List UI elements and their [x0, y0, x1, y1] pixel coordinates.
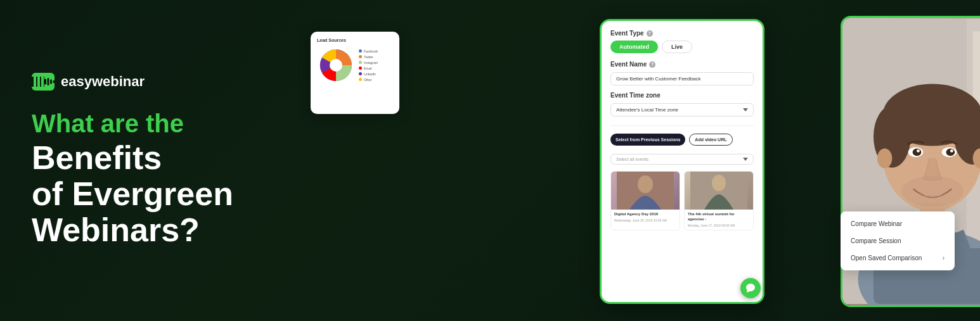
- event-type-label: Event Type ?: [610, 30, 754, 37]
- event-name-label: Event Name ?: [610, 61, 754, 68]
- panel-inner: Event Type ? Automated Live Event Name ?: [602, 21, 763, 239]
- svg-rect-11: [690, 172, 747, 210]
- timezone-text: Event Time zone: [610, 92, 661, 99]
- svg-point-21: [877, 148, 893, 168]
- event-type-toggle-group: Automated Live: [610, 41, 754, 53]
- svg-rect-3: [53, 80, 55, 83]
- logo-area: easywebinar: [32, 73, 260, 91]
- help-icon-event-type: ?: [647, 30, 653, 37]
- middle-section: Lead Sources Facebook: [292, 0, 777, 321]
- pie-chart-area: Facebook Twitter Instagram Email: [317, 46, 393, 84]
- compare-webinar-item[interactable]: Compare Webinar: [841, 215, 955, 232]
- thumb-date-1: Wednesday, June 26, 2019 10:00 AM: [614, 218, 676, 222]
- thumb-title-1: Digital Agency Day 2019: [614, 212, 676, 217]
- dropdown-menu: Compare Webinar Compare Session Open Sav…: [841, 211, 955, 270]
- svg-point-27: [917, 149, 920, 153]
- svg-point-29: [901, 176, 964, 207]
- timezone-label: Event Time zone: [610, 92, 754, 99]
- logo-icon: [32, 73, 55, 91]
- video-thumbnails: Digital Agency Day 2019 Wednesday, June …: [610, 171, 754, 230]
- thumb-info-2: The 4th virtual summit for agencies - Mo…: [685, 210, 753, 230]
- thumb-info-1: Digital Agency Day 2019 Wednesday, June …: [611, 210, 680, 225]
- right-section: [777, 0, 980, 321]
- svg-point-28: [950, 149, 953, 153]
- chart-title: Lead Sources: [317, 38, 393, 42]
- thumb-image-1: [611, 172, 680, 210]
- svg-point-5: [330, 59, 342, 72]
- logo-text: easywebinar: [61, 73, 145, 90]
- legend-dot-linkedin: [359, 72, 362, 75]
- thumb-image-2: [685, 172, 753, 210]
- left-section: easywebinar What are the Benefits of Eve…: [0, 47, 292, 274]
- headline-line1: Benefits: [32, 140, 260, 176]
- legend-label-email: Email: [364, 66, 372, 70]
- chevron-right-icon: ›: [943, 255, 945, 261]
- event-name-section: Event Name ?: [610, 61, 754, 85]
- headline-line3: Webinars?: [32, 212, 260, 248]
- content-wrapper: easywebinar What are the Benefits of Eve…: [0, 0, 980, 321]
- event-type-section: Event Type ? Automated Live: [610, 30, 754, 53]
- legend-dot-email: [359, 66, 362, 70]
- svg-rect-8: [617, 172, 674, 210]
- compare-webinar-label: Compare Webinar: [851, 220, 902, 227]
- legend-row: LinkedIn: [359, 72, 378, 76]
- event-type-text: Event Type: [610, 30, 644, 37]
- chat-bubble-button[interactable]: [740, 278, 761, 298]
- thumb-card-2: The 4th virtual summit for agencies - Mo…: [684, 171, 754, 230]
- svg-rect-0: [44, 79, 46, 84]
- pie-chart-svg: [317, 46, 355, 84]
- legend-dot-instagram: [359, 61, 362, 64]
- chat-icon: [745, 283, 756, 293]
- svg-point-25: [913, 148, 922, 156]
- open-saved-comparison-item[interactable]: Open Saved Comparison ›: [841, 249, 955, 267]
- timezone-select[interactable]: Attendee's Local Time zone: [610, 103, 754, 116]
- legend-row: Instagram: [359, 61, 378, 65]
- event-name-text: Event Name: [610, 61, 647, 68]
- legend-dot-twitter: [359, 55, 362, 58]
- compare-session-item[interactable]: Compare Session: [841, 232, 955, 249]
- legend-label-other: Other: [364, 78, 372, 82]
- legend-dot-other: [359, 78, 362, 81]
- open-saved-comparison-label: Open Saved Comparison: [851, 255, 922, 261]
- live-toggle[interactable]: Live: [662, 41, 692, 53]
- logo-text-light: easy: [61, 73, 92, 89]
- svg-point-26: [946, 148, 955, 156]
- headline-line2: of Evergreen: [32, 176, 260, 212]
- legend-label-linkedin: LinkedIn: [364, 72, 376, 76]
- legend-label-twitter: Twitter: [364, 55, 373, 59]
- main-ui-panel: Event Type ? Automated Live Event Name ?: [600, 19, 764, 304]
- logo-text-bold: webinar: [92, 73, 145, 89]
- legend-label-facebook: Facebook: [364, 49, 378, 53]
- headline-white: Benefits of Evergreen Webinars?: [32, 140, 260, 249]
- chart-legend: Facebook Twitter Instagram Email: [359, 49, 378, 82]
- session-buttons: Select from Previous Sessions Add video …: [610, 134, 754, 146]
- automated-toggle[interactable]: Automated: [610, 41, 658, 53]
- thumb-card-1: Digital Agency Day 2019 Wednesday, June …: [610, 171, 680, 230]
- legend-row: Other: [359, 78, 378, 82]
- legend-label-instagram: Instagram: [364, 61, 378, 65]
- headline-green: What are the: [32, 110, 260, 137]
- event-name-input[interactable]: [610, 72, 754, 85]
- compare-session-label: Compare Session: [851, 237, 901, 244]
- divider: [610, 125, 754, 126]
- legend-row: Email: [359, 66, 378, 70]
- select-sessions-button[interactable]: Select from Previous Sessions: [610, 134, 685, 146]
- help-icon-event-name: ?: [649, 61, 655, 68]
- select-events-dropdown[interactable]: Select all events: [610, 154, 754, 165]
- legend-dot-facebook: [359, 49, 362, 53]
- thumb-title-2: The 4th virtual summit for agencies -: [688, 212, 750, 222]
- thumb-date-2: Monday, June 17, 2019 09:00 AM: [688, 223, 750, 227]
- svg-rect-1: [47, 78, 49, 85]
- svg-rect-2: [50, 79, 52, 84]
- chart-card: Lead Sources Facebook: [311, 32, 399, 114]
- legend-row: Facebook: [359, 49, 378, 53]
- legend-row: Twitter: [359, 55, 378, 59]
- add-video-url-button[interactable]: Add video URL: [689, 134, 732, 146]
- timezone-section: Event Time zone Attendee's Local Time zo…: [610, 92, 754, 116]
